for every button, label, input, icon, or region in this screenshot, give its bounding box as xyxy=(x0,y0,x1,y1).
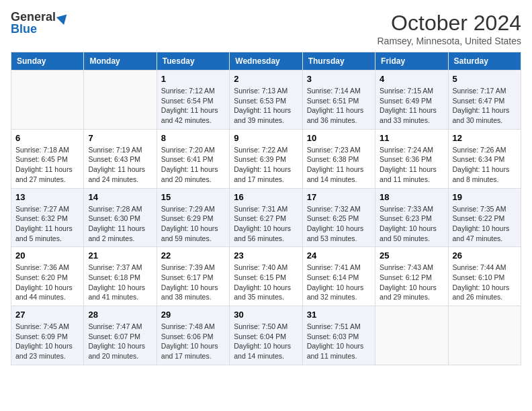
calendar-day-cell: 17Sunrise: 7:32 AM Sunset: 6:25 PM Dayli… xyxy=(302,188,375,247)
calendar-day-cell xyxy=(448,306,521,365)
calendar-day-cell: 7Sunrise: 7:19 AM Sunset: 6:43 PM Daylig… xyxy=(84,129,157,188)
day-detail: Sunrise: 7:26 AM Sunset: 6:34 PM Dayligh… xyxy=(453,145,517,185)
day-number: 30 xyxy=(234,310,298,320)
header-wednesday: Wednesday xyxy=(230,52,302,71)
calendar-day-cell: 11Sunrise: 7:24 AM Sunset: 6:36 PM Dayli… xyxy=(375,129,448,188)
day-number: 25 xyxy=(380,250,443,261)
day-number: 23 xyxy=(234,250,298,261)
day-detail: Sunrise: 7:17 AM Sunset: 6:47 PM Dayligh… xyxy=(453,86,517,126)
day-detail: Sunrise: 7:28 AM Sunset: 6:30 PM Dayligh… xyxy=(88,204,152,244)
calendar-day-cell: 1Sunrise: 7:12 AM Sunset: 6:54 PM Daylig… xyxy=(157,71,229,130)
calendar-day-cell: 18Sunrise: 7:33 AM Sunset: 6:23 PM Dayli… xyxy=(375,188,448,247)
day-number: 2 xyxy=(234,74,298,84)
calendar-day-cell: 5Sunrise: 7:17 AM Sunset: 6:47 PM Daylig… xyxy=(448,71,521,130)
day-detail: Sunrise: 7:41 AM Sunset: 6:14 PM Dayligh… xyxy=(307,263,371,302)
header-monday: Monday xyxy=(84,52,157,71)
logo-general: General xyxy=(11,11,56,23)
day-number: 4 xyxy=(380,74,443,84)
calendar-day-cell: 20Sunrise: 7:36 AM Sunset: 6:20 PM Dayli… xyxy=(11,247,84,306)
day-number: 6 xyxy=(15,133,79,143)
day-number: 8 xyxy=(161,133,225,143)
day-detail: Sunrise: 7:51 AM Sunset: 6:03 PM Dayligh… xyxy=(307,322,371,361)
logo-blue: Blue xyxy=(11,23,37,35)
calendar-day-cell: 10Sunrise: 7:23 AM Sunset: 6:38 PM Dayli… xyxy=(302,129,375,188)
header-saturday: Saturday xyxy=(448,52,521,71)
day-number: 3 xyxy=(307,74,371,84)
day-detail: Sunrise: 7:19 AM Sunset: 6:43 PM Dayligh… xyxy=(88,145,152,185)
day-number: 7 xyxy=(88,133,152,143)
header-friday: Friday xyxy=(375,52,448,71)
day-number: 29 xyxy=(161,310,225,320)
day-detail: Sunrise: 7:22 AM Sunset: 6:39 PM Dayligh… xyxy=(234,145,298,185)
day-number: 11 xyxy=(380,133,443,143)
day-detail: Sunrise: 7:15 AM Sunset: 6:49 PM Dayligh… xyxy=(380,86,443,126)
calendar-day-cell: 25Sunrise: 7:43 AM Sunset: 6:12 PM Dayli… xyxy=(375,247,448,306)
day-detail: Sunrise: 7:35 AM Sunset: 6:22 PM Dayligh… xyxy=(453,204,517,244)
day-detail: Sunrise: 7:48 AM Sunset: 6:06 PM Dayligh… xyxy=(161,322,225,361)
header-thursday: Thursday xyxy=(302,52,375,71)
day-detail: Sunrise: 7:39 AM Sunset: 6:17 PM Dayligh… xyxy=(161,263,225,302)
calendar-day-cell: 27Sunrise: 7:45 AM Sunset: 6:09 PM Dayli… xyxy=(11,306,84,365)
calendar-day-cell: 13Sunrise: 7:27 AM Sunset: 6:32 PM Dayli… xyxy=(11,188,84,247)
calendar-week-row: 27Sunrise: 7:45 AM Sunset: 6:09 PM Dayli… xyxy=(11,306,521,365)
day-detail: Sunrise: 7:23 AM Sunset: 6:38 PM Dayligh… xyxy=(307,145,371,185)
day-detail: Sunrise: 7:14 AM Sunset: 6:51 PM Dayligh… xyxy=(307,86,371,126)
calendar-day-cell: 15Sunrise: 7:29 AM Sunset: 6:29 PM Dayli… xyxy=(157,188,229,247)
calendar-day-cell: 14Sunrise: 7:28 AM Sunset: 6:30 PM Dayli… xyxy=(84,188,157,247)
page-header: General Blue October 2024 Ramsey, Minnes… xyxy=(11,11,521,46)
calendar-table: SundayMondayTuesdayWednesdayThursdayFrid… xyxy=(11,52,521,365)
logo-triangle-icon xyxy=(56,11,71,25)
day-number: 21 xyxy=(88,250,152,261)
calendar-day-cell xyxy=(11,71,84,130)
calendar-day-cell: 8Sunrise: 7:20 AM Sunset: 6:41 PM Daylig… xyxy=(157,129,229,188)
calendar-day-cell: 31Sunrise: 7:51 AM Sunset: 6:03 PM Dayli… xyxy=(302,306,375,365)
day-number: 15 xyxy=(161,192,225,202)
calendar-week-row: 13Sunrise: 7:27 AM Sunset: 6:32 PM Dayli… xyxy=(11,188,521,247)
calendar-week-row: 1Sunrise: 7:12 AM Sunset: 6:54 PM Daylig… xyxy=(11,71,521,130)
calendar-day-cell: 16Sunrise: 7:31 AM Sunset: 6:27 PM Dayli… xyxy=(230,188,302,247)
calendar-day-cell: 4Sunrise: 7:15 AM Sunset: 6:49 PM Daylig… xyxy=(375,71,448,130)
day-detail: Sunrise: 7:31 AM Sunset: 6:27 PM Dayligh… xyxy=(234,204,298,244)
day-number: 10 xyxy=(307,133,371,143)
day-detail: Sunrise: 7:13 AM Sunset: 6:53 PM Dayligh… xyxy=(234,86,298,126)
calendar-day-cell: 22Sunrise: 7:39 AM Sunset: 6:17 PM Dayli… xyxy=(157,247,229,306)
day-detail: Sunrise: 7:50 AM Sunset: 6:04 PM Dayligh… xyxy=(234,322,298,361)
day-detail: Sunrise: 7:33 AM Sunset: 6:23 PM Dayligh… xyxy=(380,204,443,244)
calendar-day-cell: 24Sunrise: 7:41 AM Sunset: 6:14 PM Dayli… xyxy=(302,247,375,306)
logo: General Blue xyxy=(11,11,68,35)
calendar-day-cell: 19Sunrise: 7:35 AM Sunset: 6:22 PM Dayli… xyxy=(448,188,521,247)
day-number: 1 xyxy=(161,74,225,84)
day-number: 22 xyxy=(161,250,225,261)
day-detail: Sunrise: 7:47 AM Sunset: 6:07 PM Dayligh… xyxy=(88,322,152,361)
day-number: 9 xyxy=(234,133,298,143)
day-detail: Sunrise: 7:24 AM Sunset: 6:36 PM Dayligh… xyxy=(380,145,443,185)
day-number: 13 xyxy=(15,192,79,202)
day-number: 20 xyxy=(15,250,79,261)
calendar-day-cell: 23Sunrise: 7:40 AM Sunset: 6:15 PM Dayli… xyxy=(230,247,302,306)
calendar-day-cell: 12Sunrise: 7:26 AM Sunset: 6:34 PM Dayli… xyxy=(448,129,521,188)
day-number: 19 xyxy=(453,192,517,202)
calendar-day-cell: 26Sunrise: 7:44 AM Sunset: 6:10 PM Dayli… xyxy=(448,247,521,306)
day-detail: Sunrise: 7:43 AM Sunset: 6:12 PM Dayligh… xyxy=(380,263,443,302)
calendar-day-cell: 6Sunrise: 7:18 AM Sunset: 6:45 PM Daylig… xyxy=(11,129,84,188)
calendar-day-cell xyxy=(84,71,157,130)
day-detail: Sunrise: 7:44 AM Sunset: 6:10 PM Dayligh… xyxy=(453,263,517,302)
location: Ramsey, Minnesota, United States xyxy=(377,36,521,46)
calendar-day-cell: 30Sunrise: 7:50 AM Sunset: 6:04 PM Dayli… xyxy=(230,306,302,365)
calendar-day-cell: 2Sunrise: 7:13 AM Sunset: 6:53 PM Daylig… xyxy=(230,71,302,130)
day-number: 18 xyxy=(380,192,443,202)
calendar-day-cell: 3Sunrise: 7:14 AM Sunset: 6:51 PM Daylig… xyxy=(302,71,375,130)
title-block: October 2024 Ramsey, Minnesota, United S… xyxy=(377,11,521,46)
header-sunday: Sunday xyxy=(11,52,84,71)
calendar-day-cell: 21Sunrise: 7:37 AM Sunset: 6:18 PM Dayli… xyxy=(84,247,157,306)
day-number: 24 xyxy=(307,250,371,261)
calendar-day-cell: 28Sunrise: 7:47 AM Sunset: 6:07 PM Dayli… xyxy=(84,306,157,365)
day-detail: Sunrise: 7:20 AM Sunset: 6:41 PM Dayligh… xyxy=(161,145,225,185)
day-number: 14 xyxy=(88,192,152,202)
calendar-week-row: 6Sunrise: 7:18 AM Sunset: 6:45 PM Daylig… xyxy=(11,129,521,188)
day-number: 28 xyxy=(88,310,152,320)
day-number: 5 xyxy=(453,74,517,84)
calendar-day-cell xyxy=(375,306,448,365)
day-detail: Sunrise: 7:36 AM Sunset: 6:20 PM Dayligh… xyxy=(15,263,79,302)
day-number: 16 xyxy=(234,192,298,202)
